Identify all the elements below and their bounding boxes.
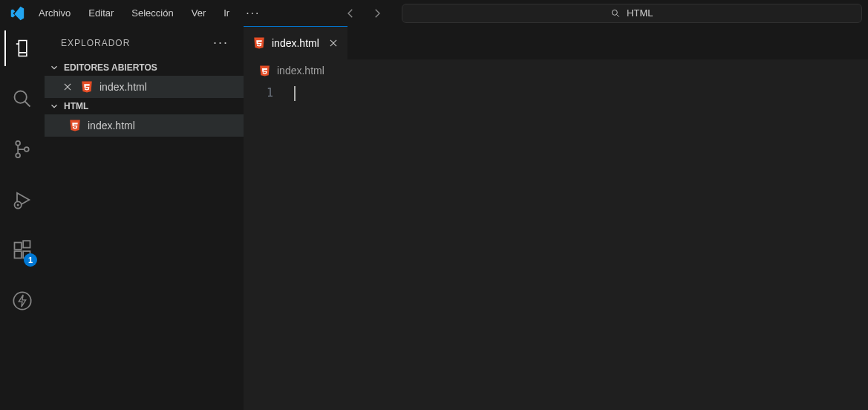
chevron-down-icon [49,62,59,73]
open-editors-section-header[interactable]: EDITORES ABIERTOS [45,59,244,76]
html-file-icon [80,80,94,94]
activity-debug-icon[interactable] [4,185,40,215]
svg-point-0 [612,10,617,15]
title-bar: Archivo Editar Selección Ver Ir ··· HTML [0,0,868,26]
svg-point-5 [16,153,20,157]
nav-forward-icon[interactable] [371,7,384,20]
search-icon [610,8,621,19]
editor-body[interactable]: 1 [244,82,868,410]
line-number: 1 [244,86,273,100]
explorer-title: EXPLORADOR [61,38,130,48]
menu-seleccion[interactable]: Selección [124,4,180,22]
chevron-down-icon [49,101,59,111]
editor-tab[interactable]: index.html [244,26,347,59]
activity-bar: 1 [0,26,45,410]
extensions-badge: 1 [24,253,37,267]
menu-ver[interactable]: Ver [184,4,214,22]
svg-line-3 [25,102,30,107]
svg-point-13 [13,292,30,309]
folder-file-name: index.html [88,120,135,131]
activity-thunder-icon[interactable] [4,286,40,316]
activity-source-control-icon[interactable] [4,134,40,164]
svg-point-4 [16,141,20,146]
activity-explorer-icon[interactable] [4,33,40,63]
menu-archivo[interactable]: Archivo [31,4,78,22]
svg-rect-10 [15,251,22,258]
explorer-more-icon[interactable]: ··· [213,35,229,51]
svg-point-8 [17,204,19,206]
breadcrumb[interactable]: index.html [244,59,868,82]
folder-label: HTML [64,101,88,111]
explorer-sidebar: EXPLORADOR ··· EDITORES ABIERTOS index.h… [45,26,244,410]
editor-area: index.html index.html 1 [244,26,868,410]
activity-search-icon[interactable] [4,84,40,114]
menu-editar[interactable]: Editar [81,4,121,22]
svg-rect-9 [15,243,22,250]
svg-point-2 [15,91,27,103]
code-content[interactable] [294,82,868,410]
svg-line-1 [617,14,619,16]
menu-ir[interactable]: Ir [216,4,237,22]
html-file-icon [252,36,266,50]
folder-section-header[interactable]: HTML [45,98,244,114]
open-editors-label: EDITORES ABIERTOS [64,62,157,73]
nav-back-icon[interactable] [344,7,357,20]
menu-overflow-icon[interactable]: ··· [240,4,266,23]
svg-rect-12 [23,241,30,247]
html-file-icon [258,65,271,77]
html-file-icon [68,119,82,132]
open-editor-filename: index.html [99,81,147,93]
open-editor-item[interactable]: index.html [45,76,244,98]
tab-close-icon[interactable] [328,38,339,48]
line-number-gutter: 1 [244,82,294,410]
tab-bar: index.html [244,26,868,59]
vscode-logo-icon [6,5,28,22]
activity-extensions-icon[interactable]: 1 [4,235,40,265]
command-center-search[interactable]: HTML [402,4,862,23]
text-cursor [294,86,296,101]
search-text: HTML [627,7,653,19]
folder-file-item[interactable]: index.html [45,114,244,137]
tab-label: index.html [272,37,319,49]
close-editor-icon[interactable] [62,82,74,92]
breadcrumb-label: index.html [277,65,324,77]
svg-point-6 [25,147,29,152]
